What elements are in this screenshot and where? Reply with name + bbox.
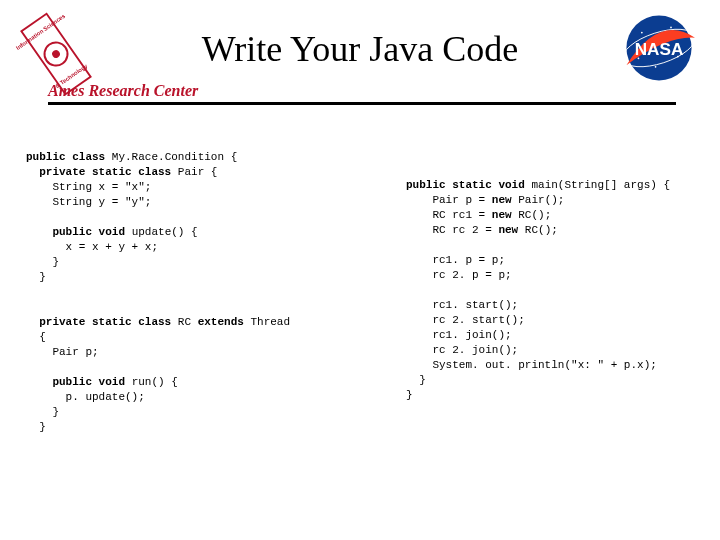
svg-point-11 xyxy=(638,57,640,59)
svg-point-12 xyxy=(655,66,657,68)
nasa-logo-icon: NASA xyxy=(616,12,702,84)
svg-text:NASA: NASA xyxy=(635,39,684,59)
svg-point-10 xyxy=(677,56,679,58)
divider xyxy=(48,102,676,105)
code-left: public class My.Race.Condition { private… xyxy=(26,150,386,435)
svg-point-9 xyxy=(670,27,672,29)
code-right: public static void main(String[] args) {… xyxy=(406,178,706,403)
page-title: Write Your Java Code xyxy=(0,28,720,70)
svg-point-8 xyxy=(641,32,643,34)
ames-subhead: Ames Research Center xyxy=(48,82,198,100)
